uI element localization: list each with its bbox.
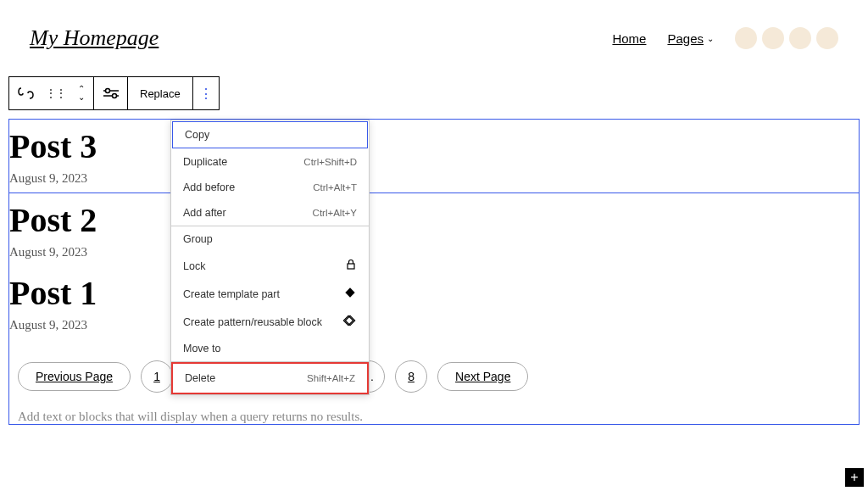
block-context-menu: Copy Duplicate Ctrl+Shift+D Add before C… xyxy=(170,120,370,395)
twitter-icon[interactable] xyxy=(762,27,784,49)
page-1[interactable]: 1 xyxy=(141,360,173,393)
post-block[interactable]: Post 2 August 9, 2023 xyxy=(9,193,859,266)
menu-delete[interactable]: Delete Shift+Alt+Z xyxy=(171,362,369,394)
menu-add-after-label: Add after xyxy=(183,207,226,219)
previous-page-button[interactable]: Previous Page xyxy=(18,362,131,391)
menu-create-template[interactable]: Create template part xyxy=(171,280,369,308)
menu-add-before-label: Add before xyxy=(183,181,235,193)
replace-button[interactable]: Replace xyxy=(128,77,193,109)
post-title[interactable]: Post 1 xyxy=(9,273,859,313)
query-loop-block[interactable]: Post 3 August 9, 2023 Post 2 August 9, 2… xyxy=(8,119,860,425)
template-part-icon xyxy=(343,287,357,301)
menu-group[interactable]: Group xyxy=(171,226,369,252)
instagram-icon[interactable] xyxy=(789,27,811,49)
nav-pages[interactable]: Pages ⌄ xyxy=(667,31,714,46)
post-date: August 9, 2023 xyxy=(9,245,859,259)
facebook-icon[interactable] xyxy=(735,27,757,49)
menu-duplicate-label: Duplicate xyxy=(183,156,227,168)
svg-rect-4 xyxy=(348,264,354,269)
lock-icon xyxy=(345,259,357,273)
nav-home[interactable]: Home xyxy=(612,31,646,46)
menu-create-pattern-label: Create pattern/reusable block xyxy=(183,316,322,328)
menu-move-to-label: Move to xyxy=(183,343,220,354)
menu-duplicate[interactable]: Duplicate Ctrl+Shift+D xyxy=(171,149,369,175)
menu-duplicate-shortcut: Ctrl+Shift+D xyxy=(303,157,357,167)
post-date: August 9, 2023 xyxy=(9,171,859,186)
menu-copy-label: Copy xyxy=(185,129,209,141)
menu-add-after-shortcut: Ctrl+Alt+Y xyxy=(313,208,357,218)
svg-point-3 xyxy=(112,94,116,98)
next-page-button[interactable]: Next Page xyxy=(437,362,528,391)
reusable-block-icon xyxy=(343,315,357,329)
menu-create-pattern[interactable]: Create pattern/reusable block xyxy=(171,308,369,336)
svg-point-1 xyxy=(105,89,109,93)
menu-add-before[interactable]: Add before Ctrl+Alt+T xyxy=(171,175,369,200)
menu-group-label: Group xyxy=(183,233,213,245)
chevron-down-icon: ⌄ xyxy=(707,34,714,43)
settings-icon[interactable] xyxy=(94,77,128,109)
youtube-icon[interactable] xyxy=(816,27,838,49)
svg-rect-5 xyxy=(345,287,354,297)
menu-copy[interactable]: Copy xyxy=(172,121,368,148)
menu-delete-shortcut: Shift+Alt+Z xyxy=(307,373,355,383)
query-loop-icon[interactable] xyxy=(9,77,43,109)
post-title[interactable]: Post 2 xyxy=(9,200,859,240)
move-up-down[interactable]: ⌃⌄ xyxy=(69,77,94,109)
block-toolbar: ⋮⋮ ⌃⌄ Replace ⋮ xyxy=(8,76,220,110)
post-date: August 9, 2023 xyxy=(9,318,859,332)
nav-pages-label: Pages xyxy=(667,31,704,46)
drag-handle-icon[interactable]: ⋮⋮ xyxy=(43,77,69,109)
menu-delete-label: Delete xyxy=(185,372,215,384)
more-options-button[interactable]: ⋮ xyxy=(193,77,219,109)
site-title[interactable]: My Homepage xyxy=(30,25,159,51)
menu-lock-label: Lock xyxy=(183,260,205,272)
menu-add-after[interactable]: Add after Ctrl+Alt+Y xyxy=(171,200,369,226)
no-results-placeholder[interactable]: Add text or blocks that will display whe… xyxy=(9,405,859,424)
page-8[interactable]: 8 xyxy=(395,360,427,393)
add-block-button[interactable]: + xyxy=(845,468,864,487)
menu-lock[interactable]: Lock xyxy=(171,252,369,280)
post-block[interactable]: Post 3 August 9, 2023 xyxy=(9,120,859,193)
pagination: Previous Page 1 2 3 4 5 ... 8 Next Page xyxy=(9,339,859,405)
post-block[interactable]: Post 1 August 9, 2023 xyxy=(9,266,859,339)
post-title[interactable]: Post 3 xyxy=(9,126,859,166)
menu-add-before-shortcut: Ctrl+Alt+T xyxy=(313,182,357,192)
menu-create-template-label: Create template part xyxy=(183,288,280,300)
menu-move-to[interactable]: Move to xyxy=(171,336,369,361)
